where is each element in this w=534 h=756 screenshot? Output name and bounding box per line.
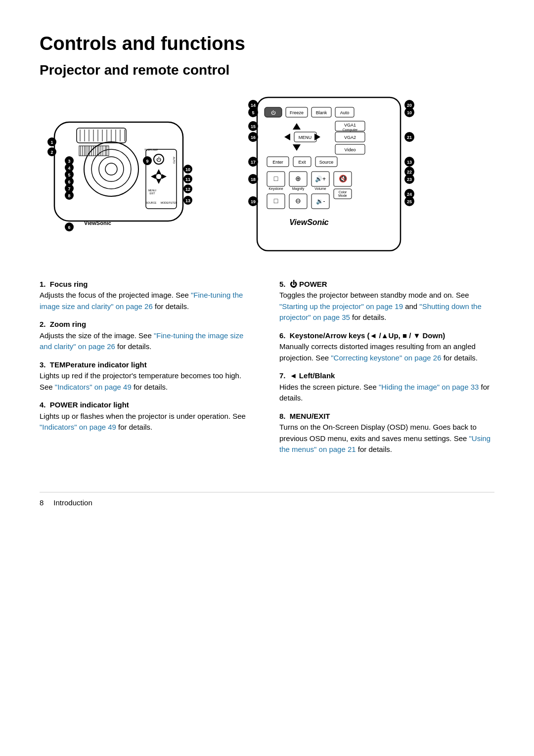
svg-text:24: 24	[407, 192, 412, 197]
svg-text:6: 6	[68, 225, 70, 230]
item-1-text: Adjusts the focus of the projected image…	[40, 290, 255, 312]
svg-marker-90	[284, 133, 290, 140]
svg-text:3: 3	[68, 159, 70, 164]
svg-text:Enter: Enter	[272, 160, 283, 165]
remote-diagram: ⏻ Freeze Blank Auto VGA1 Computer MENU V…	[227, 92, 494, 264]
footer: 8 Introduction	[40, 492, 494, 509]
svg-text:⊖: ⊖	[295, 197, 301, 205]
svg-text:20: 20	[407, 103, 412, 108]
desc-col-left: 1. Focus ring Adjusts the focus of the p…	[40, 279, 255, 462]
item-7-text: Hides the screen picture. See "Hiding th…	[279, 382, 494, 404]
item-6-num: 6.	[279, 331, 290, 340]
desc-item-2: 2. Zoom ring Adjusts the size of the ima…	[40, 319, 255, 353]
svg-text:🔉-: 🔉-	[316, 197, 325, 205]
svg-text:Source: Source	[319, 160, 334, 165]
desc-item-8: 8. MENU/EXIT Turns on the On-Screen Disp…	[279, 411, 494, 455]
svg-marker-93	[314, 133, 320, 140]
svg-text:12: 12	[185, 187, 190, 192]
svg-text:⊕: ⊕	[295, 175, 301, 182]
item-2-link[interactable]: "Fine-tuning the image size and clarity"…	[40, 331, 243, 351]
item-3-label: TEMPerature indicator light	[50, 360, 147, 369]
svg-text:Exit: Exit	[298, 160, 306, 165]
svg-text:🔊+: 🔊+	[315, 175, 326, 182]
svg-text:Keystone: Keystone	[268, 187, 283, 191]
desc-item-3: 3. TEMPerature indicator light Lights up…	[40, 359, 255, 393]
item-3-link[interactable]: "Indicators" on page 49	[55, 383, 132, 391]
svg-text:Auto: Auto	[340, 110, 350, 115]
svg-text:Video: Video	[345, 147, 356, 152]
svg-marker-96	[293, 144, 301, 151]
svg-text:2: 2	[50, 150, 53, 155]
svg-text:4: 4	[68, 166, 70, 171]
svg-text:ViewSonic: ViewSonic	[84, 220, 111, 226]
svg-point-3	[99, 157, 124, 181]
item-8-label: MENU/EXIT	[290, 412, 330, 420]
projector-diagram: ⏻ MENU/ EXIT TEMP LAMP AUTO SOURCE MODE/…	[40, 92, 208, 264]
svg-marker-89	[293, 123, 301, 130]
desc-item-4: 4. POWER indicator light Lights up or fl…	[40, 400, 255, 433]
item-1-num: 1.	[40, 280, 50, 288]
svg-text:🔇: 🔇	[339, 175, 348, 183]
item-7-num: 7.	[279, 371, 290, 380]
item-2-text: Adjusts the size of the image. See "Fine…	[40, 330, 255, 353]
svg-text:Freeze: Freeze	[290, 110, 304, 115]
svg-text:⏻: ⏻	[156, 157, 161, 162]
svg-marker-38	[151, 174, 156, 179]
item-5-label: ⏻ POWER	[290, 280, 327, 288]
svg-rect-77	[257, 97, 400, 251]
svg-text:10: 10	[185, 167, 190, 172]
footer-section-name: Introduction	[53, 497, 92, 509]
item-5-text: Toggles the projector between standby mo…	[279, 290, 494, 323]
svg-text:9: 9	[146, 159, 148, 164]
svg-text:Mode: Mode	[338, 194, 347, 197]
svg-text:16: 16	[251, 135, 256, 140]
item-4-link[interactable]: "Indicators" on page 49	[40, 423, 116, 431]
descriptions: 1. Focus ring Adjusts the focus of the p…	[40, 279, 494, 462]
svg-text:14: 14	[251, 103, 256, 108]
svg-text:⏻: ⏻	[271, 110, 276, 115]
svg-text:13: 13	[185, 198, 190, 203]
svg-rect-0	[54, 122, 183, 221]
svg-point-40	[156, 174, 162, 179]
item-6-text: Manually corrects distorted images resul…	[279, 341, 494, 363]
svg-text:5: 5	[252, 110, 254, 115]
desc-item-7: 7. ◄ Left/Blank Hides the screen picture…	[279, 370, 494, 404]
page-subtitle: Projector and remote control	[40, 60, 494, 81]
item-1-label: Focus ring	[50, 280, 88, 288]
svg-text:18: 18	[251, 177, 256, 182]
svg-text:13: 13	[407, 160, 412, 165]
svg-text:25: 25	[407, 199, 412, 204]
item-8-num: 8.	[279, 412, 290, 420]
svg-text:6: 6	[68, 179, 70, 184]
svg-text:Computer: Computer	[343, 128, 358, 132]
footer-page-number: 8	[40, 497, 44, 509]
svg-text:1: 1	[50, 140, 53, 145]
item-3-text: Lights up red if the projector's tempera…	[40, 370, 255, 393]
svg-text:15: 15	[251, 124, 256, 129]
svg-text:21: 21	[407, 135, 412, 140]
svg-text:SOURCE: SOURCE	[146, 201, 157, 204]
item-8-link[interactable]: "Using the menus" on page 21	[279, 434, 490, 454]
desc-item-6: 6. Keystone/Arrow keys (◄ /▲Up, ■ / ▼ Do…	[279, 330, 494, 364]
diagrams-row: ⏻ MENU/ EXIT TEMP LAMP AUTO SOURCE MODE/…	[40, 92, 494, 264]
item-1-link[interactable]: "Fine-tuning the image size and clarity"…	[40, 291, 243, 311]
svg-text:□: □	[274, 197, 278, 205]
remote-svg: ⏻ Freeze Blank Auto VGA1 Computer MENU V…	[227, 92, 435, 261]
item-5-num: 5.	[279, 280, 290, 288]
desc-item-1: 1. Focus ring Adjusts the focus of the p…	[40, 279, 255, 312]
svg-text:22: 22	[407, 170, 412, 175]
svg-rect-5	[77, 128, 126, 143]
svg-text:10: 10	[407, 110, 412, 115]
item-5-link1[interactable]: "Starting up the projector" on page 19	[279, 302, 403, 311]
svg-text:VGA1: VGA1	[344, 123, 356, 128]
svg-text:Color: Color	[339, 190, 347, 194]
svg-text:5: 5	[68, 173, 70, 178]
svg-text:7: 7	[68, 186, 70, 191]
item-2-num: 2.	[40, 320, 50, 328]
item-6-link[interactable]: "Correcting keystone" on page 26	[331, 354, 441, 362]
page-title: Controls and functions	[40, 30, 494, 58]
item-7-link[interactable]: "Hiding the image" on page 33	[379, 383, 479, 391]
svg-text:AUTO: AUTO	[173, 157, 176, 164]
svg-point-1	[84, 142, 138, 196]
desc-col-right: 5. ⏻ POWER Toggles the projector between…	[279, 279, 494, 462]
